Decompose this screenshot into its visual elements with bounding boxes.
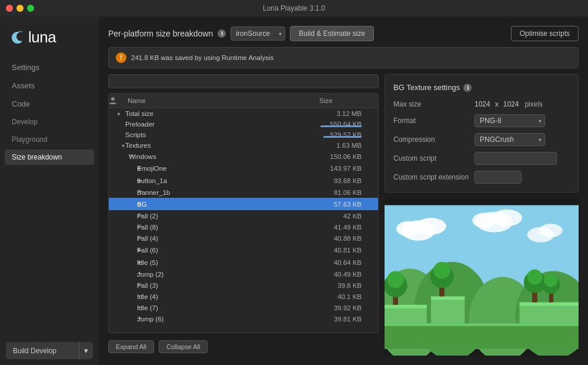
- row-size: 39.81 KB: [319, 316, 378, 323]
- content-header: Per-platform size breakdown ℹ ironSource…: [108, 26, 579, 41]
- table-row[interactable]: +button_1a93.68 KB: [109, 174, 378, 187]
- file-table-header: Name Size: [109, 94, 378, 108]
- row-icon: ▼: [109, 111, 125, 117]
- sidebar-section-develop[interactable]: Develop: [0, 113, 99, 131]
- svg-point-26: [433, 262, 450, 279]
- texture-preview: [385, 198, 579, 356]
- svg-point-4: [396, 221, 420, 237]
- table-row[interactable]: −Banner_1b81.06 KB: [109, 187, 378, 198]
- custom-script-input[interactable]: [475, 152, 557, 165]
- search-input[interactable]: [108, 74, 379, 88]
- row-size: 3.12 MB: [319, 110, 378, 117]
- row-icon: +: [109, 245, 137, 254]
- build-develop-arrow[interactable]: ▾: [79, 342, 93, 359]
- table-row[interactable]: ▼Textures1.63 MB: [109, 140, 378, 151]
- sidebar-item-settings[interactable]: Settings: [0, 58, 99, 77]
- section-info-icon[interactable]: ℹ: [218, 29, 226, 38]
- table-row[interactable]: −Fall (8)41.49 KB: [109, 221, 378, 233]
- table-row[interactable]: −Jump (2)40.49 KB: [109, 268, 378, 280]
- warning-bar: ! 241.8 KB was saved by using Runtime An…: [108, 47, 579, 68]
- row-size: 40.88 KB: [319, 235, 378, 242]
- table-row[interactable]: −Fall (2)42 KB: [109, 210, 378, 221]
- person-icon: [109, 97, 117, 105]
- sidebar: luna Settings Assets Code Develop Playgr…: [0, 16, 99, 365]
- format-select-wrapper[interactable]: PNG-8PNG-24JPEGWebP: [475, 114, 545, 127]
- row-name: Total size: [125, 110, 319, 117]
- game-scene-svg: [385, 198, 579, 356]
- build-estimate-button[interactable]: Build & Estimate size: [290, 26, 374, 41]
- texture-info-icon[interactable]: ℹ: [463, 84, 472, 92]
- table-row[interactable]: +EmojiOne143.97 KB: [109, 162, 378, 174]
- row-size: 93.68 KB: [319, 177, 378, 184]
- table-row[interactable]: +BG57.63 KB: [109, 198, 378, 210]
- max-size-w: 1024: [475, 100, 490, 108]
- row-icon: −: [109, 281, 137, 289]
- row-name: Fall (4): [137, 235, 319, 242]
- sidebar-section-playground[interactable]: Playground: [0, 131, 99, 148]
- compression-select-wrapper[interactable]: PNGCrushNoneLossy: [475, 133, 545, 146]
- row-size: 143.97 KB: [319, 165, 378, 172]
- file-panel: 🔍 Name Size: [108, 74, 379, 356]
- compression-row: Compression PNGCrushNoneLossy: [393, 133, 570, 146]
- table-row[interactable]: Scripts529.57 KB: [109, 130, 378, 140]
- optimise-scripts-button[interactable]: Optimise scripts: [511, 26, 579, 41]
- row-name: Fall (2): [137, 213, 319, 220]
- max-size-unit: pixels: [524, 100, 543, 108]
- row-name: EmojiOne: [137, 165, 319, 172]
- row-icon: +: [109, 258, 137, 267]
- table-row[interactable]: −Fall (3)39.8 KB: [109, 280, 378, 291]
- table-row[interactable]: +Fall (6)40.81 KB: [109, 244, 378, 256]
- compression-select[interactable]: PNGCrushNoneLossy: [475, 133, 545, 146]
- row-name: Jump (6): [137, 316, 319, 323]
- row-size: 41.49 KB: [319, 224, 378, 231]
- compression-label: Compression: [393, 135, 470, 144]
- minimize-button[interactable]: [16, 5, 24, 12]
- table-row[interactable]: Preloader550.64 KB: [109, 119, 378, 130]
- max-size-h: 1024: [503, 100, 519, 108]
- table-row[interactable]: ▼Total size3.12 MB: [109, 108, 378, 119]
- sidebar-item-size-breakdown[interactable]: Size breakdown: [5, 150, 94, 165]
- format-select[interactable]: PNG-8PNG-24JPEGWebP: [475, 114, 545, 127]
- table-row[interactable]: −Idle (7)39.92 KB: [109, 302, 378, 313]
- custom-script-ext-input[interactable]: [475, 171, 522, 184]
- file-table-body[interactable]: ▼Total size3.12 MBPreloader550.64 KBScri…: [109, 108, 378, 333]
- row-size: 40.64 KB: [319, 259, 378, 266]
- expand-all-button[interactable]: Expand All: [108, 340, 154, 353]
- row-icon: ▼: [109, 142, 125, 149]
- svg-point-3: [416, 218, 446, 235]
- row-icon: −: [109, 152, 129, 160]
- maximize-button[interactable]: [27, 5, 34, 12]
- build-develop-button[interactable]: Build Develop ▾: [6, 342, 93, 359]
- table-row[interactable]: +Idle (5)40.64 KB: [109, 256, 378, 268]
- row-name: Jump (2): [137, 271, 319, 278]
- sidebar-bottom: Build Develop ▾: [0, 336, 99, 365]
- table-row[interactable]: −Windows150.06 KB: [109, 151, 378, 162]
- row-size: 529.57 KB: [319, 131, 378, 138]
- col-size-header: Size: [319, 97, 378, 105]
- row-icon: −: [109, 293, 137, 300]
- warning-text: 241.8 KB was saved by using Runtime Anal…: [131, 54, 273, 61]
- sidebar-item-assets[interactable]: Assets: [0, 77, 99, 95]
- svg-point-23: [387, 271, 404, 288]
- collapse-all-button[interactable]: Collapse All: [159, 340, 208, 353]
- row-size: 40.49 KB: [319, 271, 378, 278]
- row-size: 42 KB: [319, 213, 378, 220]
- svg-rect-16: [385, 305, 427, 308]
- build-develop-main[interactable]: Build Develop: [6, 343, 79, 359]
- platform-select[interactable]: ironSource Facebook Google AppLovin: [230, 26, 285, 41]
- custom-script-ext-label: Custom script extension: [393, 173, 470, 181]
- max-size-x: x: [495, 100, 499, 108]
- row-name: Fall (8): [137, 224, 319, 231]
- row-icon: −: [109, 212, 137, 220]
- table-row[interactable]: −Fall (4)40.88 KB: [109, 233, 378, 244]
- row-name: Idle (5): [137, 259, 319, 266]
- row-name: Idle (4): [137, 293, 319, 300]
- header-left: Per-platform size breakdown ℹ ironSource…: [108, 26, 374, 41]
- table-row[interactable]: −Jump (6)39.81 KB: [109, 313, 378, 324]
- close-button[interactable]: [6, 5, 13, 12]
- sidebar-item-code[interactable]: Code: [0, 95, 99, 113]
- svg-rect-17: [431, 297, 465, 324]
- row-size: 81.06 KB: [319, 189, 378, 196]
- table-row[interactable]: −Idle (4)40.1 KB: [109, 291, 378, 302]
- platform-select-wrapper[interactable]: ironSource Facebook Google AppLovin: [230, 26, 285, 41]
